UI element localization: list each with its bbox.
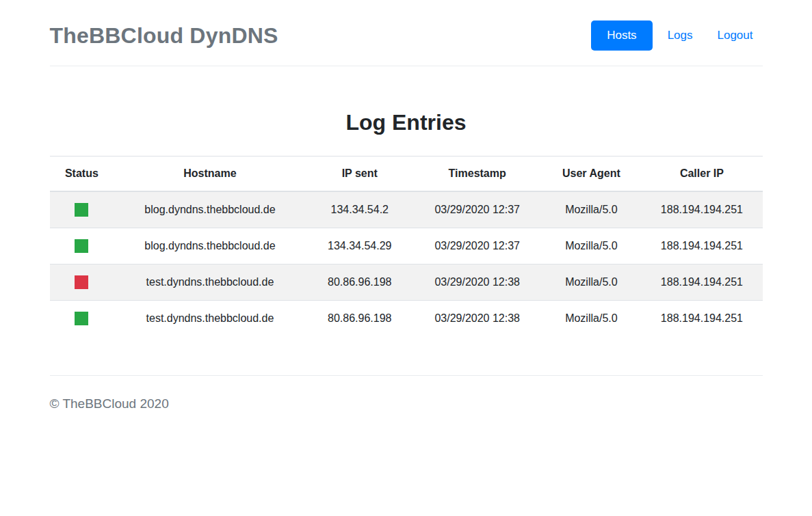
column-header-timestamp: Timestamp <box>413 157 542 192</box>
cell-user-agent: Mozilla/5.0 <box>541 264 641 301</box>
status-indicator-icon <box>75 275 88 289</box>
cell-hostname: blog.dyndns.thebbcloud.de <box>114 228 306 264</box>
log-table-body: blog.dyndns.thebbcloud.de 134.34.54.2 03… <box>50 191 763 336</box>
table-row: blog.dyndns.thebbcloud.de 134.34.54.29 0… <box>50 228 763 264</box>
cell-timestamp: 03/29/2020 12:38 <box>413 264 542 301</box>
cell-timestamp: 03/29/2020 12:37 <box>413 191 542 228</box>
cell-user-agent: Mozilla/5.0 <box>541 301 641 337</box>
cell-status <box>50 191 114 228</box>
cell-timestamp: 03/29/2020 12:38 <box>413 301 542 337</box>
column-header-status: Status <box>50 157 114 192</box>
column-header-caller-ip: Caller IP <box>641 157 762 192</box>
cell-ip-sent: 134.34.54.29 <box>306 228 413 264</box>
cell-caller-ip: 188.194.194.251 <box>641 301 762 337</box>
log-table: Status Hostname IP sent Timestamp User A… <box>50 156 763 336</box>
cell-caller-ip: 188.194.194.251 <box>641 264 762 301</box>
page: TheBBCloud DynDNS Hosts Logs Logout Log … <box>0 0 812 516</box>
site-header: TheBBCloud DynDNS Hosts Logs Logout <box>50 0 763 66</box>
main-nav: Hosts Logs Logout <box>591 21 762 51</box>
footer-copyright: © TheBBCloud 2020 <box>50 396 763 411</box>
nav-logs-link[interactable]: Logs <box>658 21 703 51</box>
column-header-ip-sent: IP sent <box>306 157 413 192</box>
cell-hostname: test.dyndns.thebbcloud.de <box>114 301 306 337</box>
site-footer: © TheBBCloud 2020 <box>50 396 763 411</box>
status-indicator-icon <box>75 312 88 325</box>
cell-ip-sent: 80.86.96.198 <box>306 264 413 301</box>
table-row: blog.dyndns.thebbcloud.de 134.34.54.2 03… <box>50 191 763 228</box>
column-header-hostname: Hostname <box>114 157 306 192</box>
column-header-user-agent: User Agent <box>541 157 641 192</box>
cell-timestamp: 03/29/2020 12:37 <box>413 228 542 264</box>
cell-ip-sent: 80.86.96.198 <box>306 301 413 337</box>
status-indicator-icon <box>75 203 88 217</box>
page-title: TheBBCloud DynDNS <box>50 23 278 49</box>
cell-caller-ip: 188.194.194.251 <box>641 191 762 228</box>
status-indicator-icon <box>75 239 88 253</box>
nav-hosts-button[interactable]: Hosts <box>591 21 652 51</box>
cell-user-agent: Mozilla/5.0 <box>541 228 641 264</box>
nav-logout-link[interactable]: Logout <box>708 21 763 51</box>
cell-status <box>50 301 114 337</box>
page-heading: Log Entries <box>50 110 763 135</box>
header-divider <box>50 66 763 66</box>
log-table-header: Status Hostname IP sent Timestamp User A… <box>50 157 763 192</box>
cell-ip-sent: 134.34.54.2 <box>306 191 413 228</box>
table-row: test.dyndns.thebbcloud.de 80.86.96.198 0… <box>50 264 763 301</box>
cell-user-agent: Mozilla/5.0 <box>541 191 641 228</box>
cell-hostname: blog.dyndns.thebbcloud.de <box>114 191 306 228</box>
table-row: test.dyndns.thebbcloud.de 80.86.96.198 0… <box>50 301 763 337</box>
cell-caller-ip: 188.194.194.251 <box>641 228 762 264</box>
cell-status <box>50 228 114 264</box>
cell-hostname: test.dyndns.thebbcloud.de <box>114 264 306 301</box>
cell-status <box>50 264 114 301</box>
footer-divider <box>50 375 763 376</box>
